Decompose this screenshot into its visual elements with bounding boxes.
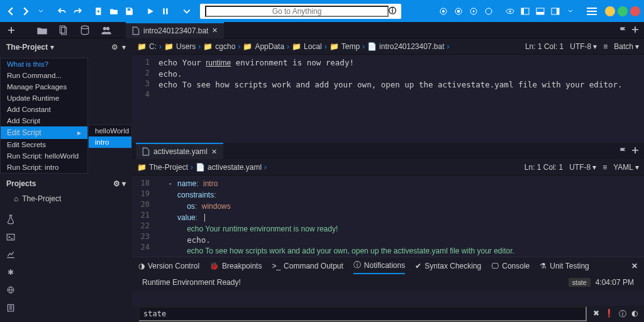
code-content[interactable]: - name: intro constraints: os: windows v… [153,175,644,257]
terminal-icon[interactable] [5,231,16,243]
explorer-icon[interactable] [31,25,53,35]
record-start-icon[interactable] [436,4,450,18]
language-selector[interactable]: Batch ▾ [614,42,639,51]
layout-right-icon[interactable] [548,4,562,18]
forward-icon[interactable] [19,4,33,18]
menu-item[interactable]: Run Script: helloWorld [1,150,87,162]
files-icon[interactable] [53,25,74,35]
goto-search[interactable]: ⓘ [200,4,401,19]
add-icon[interactable] [631,147,639,155]
undo-icon[interactable] [55,4,69,18]
back-icon[interactable] [4,4,18,18]
record-save-icon[interactable] [482,4,496,18]
editor-tab[interactable]: activestate.yaml ✕ [136,143,223,159]
panel-close-icon[interactable]: ✕ [631,262,638,270]
save-icon[interactable] [122,4,136,18]
breadcrumb-seg[interactable]: 📁 AppData › [243,42,289,51]
redo-icon[interactable] [70,4,84,18]
encoding-selector[interactable]: UTF-8 ▾ [569,163,596,172]
flask-icon[interactable] [5,214,16,225]
record-stop-icon[interactable] [452,4,465,18]
pause-icon[interactable] [158,4,172,18]
chevron-down-icon[interactable]: ▾ [122,43,126,52]
bottom-tab[interactable]: 🐞Breakpoints [209,259,262,273]
preview-icon[interactable] [503,4,517,18]
globe-icon[interactable] [5,284,16,296]
warning-icon[interactable]: ❗ [604,309,614,319]
menu-icon[interactable] [585,4,599,18]
breadcrumb-seg[interactable]: 📁 C: › [137,42,162,51]
layout-left-icon[interactable] [518,4,532,18]
menu-item[interactable]: What is this? [1,58,87,70]
bottom-tab[interactable]: ⓘNotifications [353,257,405,274]
close-window-icon[interactable] [630,6,640,16]
minimize-icon[interactable] [605,6,615,16]
breadcrumb-seg[interactable]: 📁 Users › [164,42,201,51]
submenu-item-intro[interactable]: intro [89,136,131,148]
menu-item[interactable]: Add Script [1,115,87,126]
flag-icon[interactable] [619,147,628,155]
editor-area: 📁 C: › 📁 Users › 📁 cgcho › 📁 AppData › 📁… [132,38,644,322]
project-dropdown[interactable]: The-Project ▾ ⚙ ▾ [0,38,132,56]
chevron-down-icon[interactable] [180,4,194,18]
chart-icon[interactable] [5,249,16,260]
projects-section[interactable]: Projects ⚙ ▾ [0,175,132,192]
menu-item-edit-script[interactable]: Edit Script▸ [1,126,87,139]
tab-close-icon[interactable]: ✕ [211,148,217,156]
project-item[interactable]: ⌂ The-Project [0,192,132,206]
new-tab-icon[interactable] [4,23,19,38]
bottom-tab[interactable]: ⚗Unit Testing [540,259,589,273]
help-icon[interactable]: ◐ [631,309,638,319]
tab-close-icon[interactable]: ✕ [212,26,218,35]
breadcrumb-seg[interactable]: 📁 The-Project › [137,163,193,172]
command-input[interactable] [138,306,587,321]
add-icon[interactable] [631,26,639,35]
book-icon[interactable] [5,302,16,313]
menu-item[interactable]: Run Script: intro [1,162,87,173]
menu-item[interactable]: Manage Packages [1,81,87,92]
code-content[interactable]: echo Your runtime environment is now rea… [153,55,644,143]
snowflake-icon[interactable]: ✱ [5,267,16,278]
search-input[interactable] [205,6,389,17]
breadcrumb-seg[interactable]: 📁 Temp › [330,42,365,51]
breadcrumb-seg[interactable]: 📄 intro240123407.bat › [367,42,449,51]
close-icon[interactable]: ✖ [593,309,599,319]
language-selector[interactable]: YAML ▾ [613,163,639,172]
users-icon[interactable] [96,25,117,35]
breadcrumb-seg[interactable]: 📁 Local › [292,42,327,51]
layout-bottom-icon[interactable] [533,4,547,18]
svg-rect-21 [587,11,597,12]
menu-item[interactable]: Run Command... [1,70,87,81]
code-editor-1[interactable]: 1234 echo Your runtime environment is no… [132,55,644,143]
menu-item[interactable]: Edit Secrets [1,139,87,150]
svg-rect-4 [163,8,164,14]
chevron-down-icon[interactable] [564,4,577,18]
editor-tab[interactable]: intro240123407.bat ✕ [126,22,224,38]
encoding-selector[interactable]: UTF-8 ▾ [570,42,597,51]
new-file-icon[interactable] [92,4,106,18]
database-icon[interactable] [74,25,96,35]
line-ending-icon[interactable]: ≡ [602,163,607,172]
dropdown-icon[interactable] [34,4,48,18]
record-play-icon[interactable] [467,4,480,18]
home-icon: ⌂ [14,194,18,203]
breadcrumb-seg[interactable]: 📄 activestate.yaml › [196,163,267,172]
play-icon[interactable] [143,4,157,18]
menu-item[interactable]: Update Runtime [1,92,87,104]
flag-icon[interactable] [619,26,628,35]
bottom-tab[interactable]: >_Command Output [272,259,343,273]
info-icon[interactable]: ⓘ [619,309,626,319]
submenu-item[interactable]: helloWorld [89,125,131,136]
maximize-icon[interactable] [618,6,628,16]
breadcrumb-seg[interactable]: 📁 cgcho › [203,42,240,51]
bottom-tab[interactable]: ◑Version Control [138,259,199,273]
svg-rect-17 [536,12,544,14]
gear-icon[interactable]: ⚙ ▾ [113,179,126,188]
line-ending-icon[interactable]: ≡ [603,42,608,51]
menu-item[interactable]: Add Constant [1,104,87,115]
open-icon[interactable] [107,4,121,18]
gear-icon[interactable]: ⚙ [111,43,118,52]
code-editor-2[interactable]: 18192021222324 - name: intro constraints… [132,175,644,257]
bottom-tab[interactable]: 🖵Console [491,259,530,273]
bottom-tab[interactable]: ✔Syntax Checking [415,259,481,273]
